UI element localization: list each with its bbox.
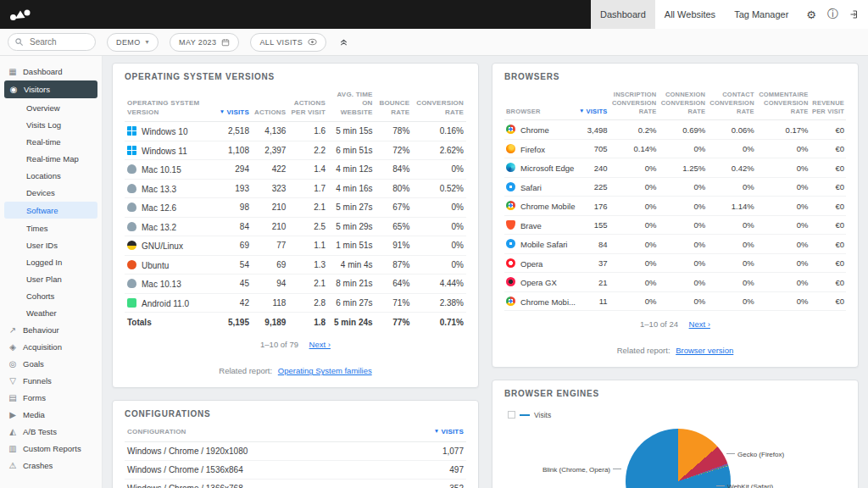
help-info-icon[interactable]: ⓘ xyxy=(827,7,838,22)
sidebar-item-acquisition[interactable]: ◈Acquisition xyxy=(0,338,102,355)
browser-engines-pie[interactable] xyxy=(626,429,731,488)
zen-mode-icon[interactable] xyxy=(339,37,348,47)
sidebar-item-crashes[interactable]: ⚠Crashes xyxy=(0,457,102,474)
column-header-inscription-conversion-rate[interactable]: INSCRIPTION CONVERSION RATE xyxy=(609,88,659,120)
related-report-link[interactable]: Operating System families xyxy=(278,366,372,375)
row-label-cell[interactable]: Android 11.0 xyxy=(125,293,217,313)
column-header-connexion-conversion-rate[interactable]: CONNEXION CONVERSION RATE xyxy=(658,88,707,120)
row-label-cell[interactable]: Opera GX xyxy=(504,273,577,292)
table-row[interactable]: Android 11.0421182.86 min 27s71%2.38% xyxy=(125,293,466,313)
column-header-conversion-rate[interactable]: CONVERSION RATE xyxy=(412,88,466,122)
sidebar-item-locations[interactable]: Locations xyxy=(0,167,102,184)
column-header-avg-time-on-website[interactable]: AVG. TIME ON WEBSITE xyxy=(328,88,376,122)
sidebar-item-times[interactable]: Times xyxy=(0,219,102,236)
column-header-visits[interactable]: ▼VISITS xyxy=(217,88,252,122)
sidebar-item-funnels[interactable]: ▽Funnels xyxy=(0,372,102,389)
sidebar-item-media[interactable]: ▶Media xyxy=(0,406,102,423)
related-report-link[interactable]: Browser version xyxy=(676,346,733,355)
logout-icon[interactable] xyxy=(849,9,860,19)
table-row[interactable]: Windows / Chrome / 1366x768352 xyxy=(125,479,466,488)
sidebar-item-forms[interactable]: ▤Forms xyxy=(0,389,102,406)
table-row[interactable]: Opera370%0%0%0%€0 xyxy=(504,253,846,273)
tab-tag-manager[interactable]: Tag Manager xyxy=(725,0,798,29)
table-row[interactable]: Opera GX210%0%0%0%€0 xyxy=(504,273,846,292)
sidebar-item-cohorts[interactable]: Cohorts xyxy=(0,287,102,304)
table-row[interactable]: Chrome3,4980.2%0.69%0.06%0.17%€0 xyxy=(504,120,846,140)
table-row[interactable]: Firefox7050.14%0%0%0%€0 xyxy=(504,139,846,158)
table-row[interactable]: Chrome Mobi...110%0%0%0%€0 xyxy=(504,291,846,311)
row-label-cell[interactable]: Chrome Mobi... xyxy=(504,291,577,311)
table-row[interactable]: Brave1550%0%0%0%€0 xyxy=(504,215,846,235)
column-header-actions[interactable]: ACTIONS xyxy=(252,88,288,122)
row-label-cell[interactable]: Mac 13.2 xyxy=(125,217,217,236)
pagination-next-link[interactable]: Next › xyxy=(309,340,331,349)
table-row[interactable]: Windows 102,5184,1361.65 min 15s78%0.16% xyxy=(125,122,466,141)
row-label-cell[interactable]: Chrome Mobile xyxy=(504,197,577,216)
row-label-cell[interactable]: GNU/Linux xyxy=(125,236,217,256)
row-label-cell[interactable]: Safari xyxy=(504,177,577,197)
column-header-visits[interactable]: ▼VISITS xyxy=(577,88,609,120)
table-row[interactable]: Windows / Chrome / 1536x864497 xyxy=(125,460,466,479)
sidebar-item-a-b-tests[interactable]: ◭A/B Tests xyxy=(0,423,102,440)
row-label-cell[interactable]: Windows / Chrome / 1920x1080 xyxy=(125,441,392,460)
date-range-selector[interactable]: MAY 2023 xyxy=(170,33,239,52)
column-header-actions-per-visit[interactable]: ACTIONS PER VISIT xyxy=(288,88,328,122)
sidebar-item-logged-in[interactable]: Logged In xyxy=(0,253,102,270)
segment-selector[interactable]: ALL VISITS xyxy=(250,33,326,52)
tab-dashboard[interactable]: Dashboard xyxy=(591,0,655,29)
row-label-cell[interactable]: Mac 13.3 xyxy=(125,179,217,198)
row-label-cell[interactable]: Mac 10.13 xyxy=(125,274,217,294)
sidebar-item-devices[interactable]: Devices xyxy=(0,184,102,201)
row-label-cell[interactable]: Windows / Chrome / 1366x768 xyxy=(125,479,392,488)
column-header-revenue-per-visit[interactable]: REVENUE PER VISIT xyxy=(810,88,846,120)
table-row[interactable]: Windows 111,1082,3972.26 min 51s72%2.62% xyxy=(125,141,466,160)
row-label-cell[interactable]: Chrome xyxy=(504,120,577,140)
sidebar-item-weather[interactable]: Weather xyxy=(0,304,102,321)
row-label-cell[interactable]: Windows 11 xyxy=(125,141,217,160)
table-row[interactable]: Windows / Chrome / 1920x10801,077 xyxy=(125,441,466,460)
metric-legend[interactable]: Visits xyxy=(504,409,554,421)
sidebar-item-real-time-map[interactable]: Real-time Map xyxy=(0,150,102,167)
table-row[interactable]: Mac 10.1345942.18 min 21s64%4.44% xyxy=(125,274,466,294)
sidebar-item-behaviour[interactable]: ↗Behaviour xyxy=(0,321,102,338)
row-label-cell[interactable]: Opera xyxy=(504,253,577,273)
row-label-cell[interactable]: Mac 12.6 xyxy=(125,198,217,218)
column-header-operating-system-version[interactable]: OPERATING SYSTEM VERSION xyxy=(125,88,217,122)
sidebar-item-visits-log[interactable]: Visits Log xyxy=(0,116,102,133)
sidebar-item-goals[interactable]: ◎Goals xyxy=(0,355,102,372)
sidebar-item-user-ids[interactable]: User IDs xyxy=(0,236,102,253)
column-header-configuration[interactable]: CONFIGURATION xyxy=(125,425,392,441)
table-row[interactable]: Mac 10.152944221.44 min 12s84%0% xyxy=(125,160,466,180)
pagination-next-link[interactable]: Next › xyxy=(689,319,710,329)
settings-gear-icon[interactable]: ⚙ xyxy=(806,8,816,21)
table-row[interactable]: Mac 12.6982102.15 min 27s67%0% xyxy=(125,198,466,218)
table-row[interactable]: Microsoft Edge2400%1.25%0.42%0%€0 xyxy=(504,158,846,178)
column-header-commentaire-conversion-rate[interactable]: COMMENTAIRE CONVERSION RATE xyxy=(756,88,810,120)
column-header-contact-conversion-rate[interactable]: CONTACT CONVERSION RATE xyxy=(707,88,756,120)
row-label-cell[interactable]: Microsoft Edge xyxy=(504,158,577,178)
row-label-cell[interactable]: Firefox xyxy=(504,139,577,158)
sidebar-item-software[interactable]: Software xyxy=(4,202,97,219)
sidebar-item-real-time[interactable]: Real-time xyxy=(0,133,102,150)
table-row[interactable]: Mac 13.2842102.55 min 29s65%0% xyxy=(125,217,466,236)
table-row[interactable]: Safari2250%0%0%0%€0 xyxy=(504,177,846,197)
sidebar-item-visitors[interactable]: ◉Visitors xyxy=(4,80,97,98)
sidebar-item-dashboard[interactable]: ▦Dashboard xyxy=(0,63,102,80)
sidebar-item-overview[interactable]: Overview xyxy=(0,99,102,116)
tab-all-websites[interactable]: All Websites xyxy=(655,0,725,29)
row-label-cell[interactable]: Ubuntu xyxy=(125,255,217,274)
column-header-visits[interactable]: ▼VISITS xyxy=(392,425,466,441)
row-label-cell[interactable]: Brave xyxy=(504,215,577,235)
matomo-logo[interactable] xyxy=(0,0,41,29)
table-row[interactable]: Chrome Mobile1760%0%1.14%0%€0 xyxy=(504,197,846,216)
sidebar-item-user-plan[interactable]: User Plan xyxy=(0,270,102,287)
row-label-cell[interactable]: Windows / Chrome / 1536x864 xyxy=(125,460,392,479)
table-row[interactable]: Mobile Safari840%0%0%0%€0 xyxy=(504,235,846,254)
column-header-browser[interactable]: BROWSER xyxy=(504,88,577,120)
table-row[interactable]: Mac 13.31933231.74 min 16s80%0.52% xyxy=(125,179,466,198)
row-label-cell[interactable]: Mac 10.15 xyxy=(125,160,217,180)
row-label-cell[interactable]: Mobile Safari xyxy=(504,235,577,254)
column-header-bounce-rate[interactable]: BOUNCE RATE xyxy=(376,88,413,122)
sidebar-item-custom-reports[interactable]: ▥Custom Reports xyxy=(0,440,102,457)
table-row[interactable]: Ubuntu54691.34 min 4s87%0% xyxy=(125,255,466,274)
